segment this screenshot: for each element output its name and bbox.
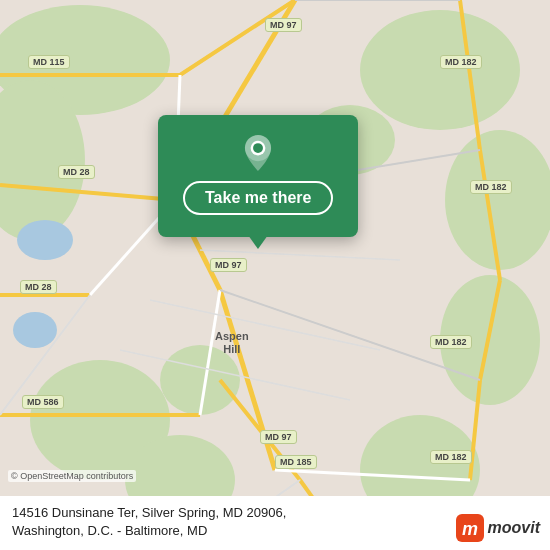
road-label-md97-top: MD 97 xyxy=(265,18,302,32)
road-label-md97-mid: MD 97 xyxy=(210,258,247,272)
svg-point-3 xyxy=(360,10,520,130)
moovit-icon: m xyxy=(456,514,484,542)
moovit-logo: m moovit xyxy=(456,514,540,542)
location-pin-icon xyxy=(240,135,276,171)
road-label-md182-bot: MD 182 xyxy=(430,450,472,464)
map-container: MD 97 MD 115 MD 28 MD 28 MD 97 MD 182 MD… xyxy=(0,0,550,550)
take-me-there-button[interactable]: Take me there xyxy=(183,181,333,215)
road-label-md182-top: MD 182 xyxy=(440,55,482,69)
svg-point-41 xyxy=(253,143,263,153)
road-label-md185: MD 185 xyxy=(275,455,317,469)
road-label-md586: MD 586 xyxy=(22,395,64,409)
moovit-text: moovit xyxy=(488,519,540,537)
road-label-md97-bot: MD 97 xyxy=(260,430,297,444)
map-attribution: © OpenStreetMap contributors xyxy=(8,470,136,482)
road-label-md28-left: MD 28 xyxy=(58,165,95,179)
svg-point-11 xyxy=(17,220,73,260)
road-label-md28-left2: MD 28 xyxy=(20,280,57,294)
popup-pointer xyxy=(248,235,268,249)
svg-text:m: m xyxy=(462,519,478,539)
road-label-md115: MD 115 xyxy=(28,55,70,69)
popup-card: Take me there xyxy=(158,115,358,237)
place-label-aspen-hill: AspenHill xyxy=(215,330,249,356)
svg-point-12 xyxy=(13,312,57,348)
svg-point-4 xyxy=(445,130,550,270)
road-label-md182-right: MD 182 xyxy=(470,180,512,194)
road-label-md182-mid: MD 182 xyxy=(430,335,472,349)
